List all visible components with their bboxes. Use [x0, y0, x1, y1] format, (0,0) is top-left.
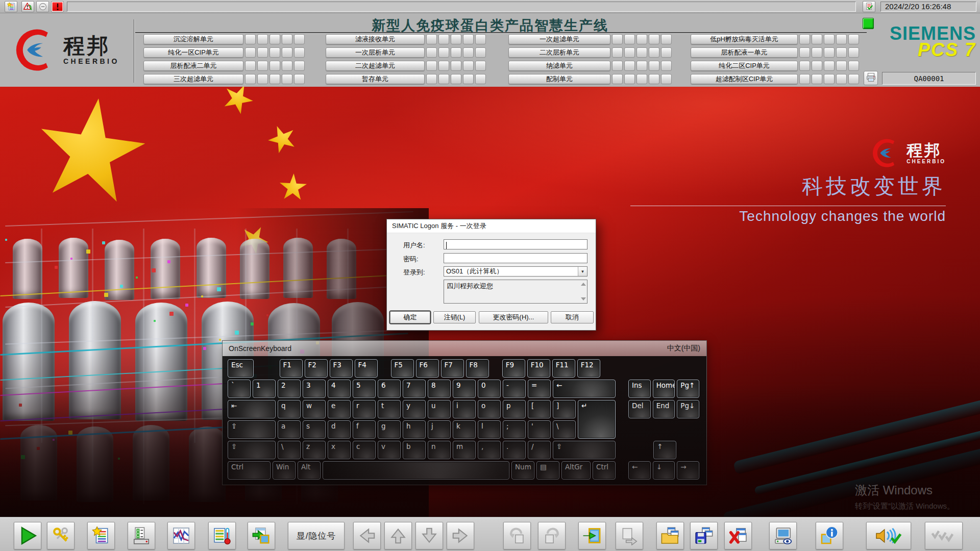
nav-down-button[interactable]: [415, 522, 443, 549]
audio-ack-button[interactable]: [866, 522, 911, 549]
key-f1[interactable]: F1: [280, 359, 303, 378]
unit-indicator-button[interactable]: [661, 34, 672, 44]
key-h[interactable]: h: [403, 420, 426, 439]
unit-button[interactable]: 超滤配制区CIP单元: [691, 74, 798, 84]
key-esc[interactable]: Esc: [228, 359, 254, 378]
unit-button[interactable]: 滤液接收单元: [326, 34, 425, 44]
unit-button[interactable]: 三次超滤单元: [143, 74, 243, 84]
unit-indicator-button[interactable]: [661, 61, 672, 71]
unit-button[interactable]: 层析配液二单元: [143, 61, 243, 71]
unit-indicator-button[interactable]: [624, 61, 635, 71]
key-f5[interactable]: F5: [391, 359, 414, 378]
shift-left-key[interactable]: ⇧: [228, 441, 276, 459]
unit-indicator-button[interactable]: [799, 61, 810, 71]
unit-indicator-button[interactable]: [824, 74, 835, 84]
unit-indicator-button[interactable]: [824, 47, 835, 58]
toggle-tag-button[interactable]: 显/隐位号: [288, 522, 345, 549]
unit-button[interactable]: 层析配液一单元: [691, 47, 798, 58]
unit-indicator-button[interactable]: [624, 47, 635, 58]
key-w[interactable]: w: [303, 400, 326, 418]
shift-right-key[interactable]: ⇧: [553, 441, 616, 459]
key-del[interactable]: Del: [628, 400, 651, 418]
unit-indicator-button[interactable]: [475, 74, 486, 84]
unit-indicator-button[interactable]: [257, 34, 268, 44]
key-6[interactable]: 6: [378, 380, 401, 398]
runtime-play-button[interactable]: [14, 522, 41, 549]
unit-indicator-button[interactable]: [451, 61, 461, 71]
ack-message-button[interactable]: [863, 1, 875, 12]
key-5[interactable]: 5: [353, 380, 376, 398]
unit-indicator-button[interactable]: [824, 34, 835, 44]
unit-indicator-button[interactable]: [649, 74, 659, 84]
key-f2[interactable]: F2: [305, 359, 328, 378]
chevron-down-icon[interactable]: ▼: [578, 267, 587, 276]
unit-indicator-button[interactable]: [451, 34, 461, 44]
key-ins[interactable]: Ins: [628, 380, 651, 398]
logon-to-combobox[interactable]: OS01（此计算机） ▼: [444, 266, 587, 277]
unit-indicator-button[interactable]: [294, 34, 305, 44]
unit-indicator-button[interactable]: [438, 61, 449, 71]
key-2[interactable]: 2: [278, 380, 301, 398]
scroll-up-icon[interactable]: [581, 283, 586, 286]
key-'[interactable]: ': [528, 420, 551, 439]
unit-indicator-button[interactable]: [438, 47, 449, 58]
key-4[interactable]: 4: [328, 380, 351, 398]
picture-tree-button[interactable]: [656, 522, 684, 549]
key-`[interactable]: `: [228, 380, 251, 398]
unit-button[interactable]: 纯化二区CIP单元: [691, 61, 798, 71]
unit-indicator-button[interactable]: [426, 47, 437, 58]
key-\[interactable]: \: [553, 420, 576, 439]
caps-key[interactable]: ⇪: [228, 420, 276, 439]
horn-mute-button[interactable]: [36, 1, 49, 12]
key-8[interactable]: 8: [428, 380, 451, 398]
nav-up-button[interactable]: [384, 522, 412, 549]
key-f9[interactable]: F9: [502, 359, 525, 378]
unit-indicator-button[interactable]: [294, 74, 305, 84]
unit-indicator-button[interactable]: [270, 47, 280, 58]
change-password-button[interactable]: 更改密码(H)...: [479, 311, 548, 323]
key-.[interactable]: .: [503, 441, 526, 459]
unit-button[interactable]: 一次超滤单元: [508, 34, 610, 44]
unit-indicator-button[interactable]: [282, 34, 292, 44]
key-\[interactable]: \: [278, 441, 301, 459]
scroll-down-icon[interactable]: [581, 297, 586, 300]
unit-indicator-button[interactable]: [245, 34, 256, 44]
unit-indicator-button[interactable]: [649, 61, 659, 71]
key-[[interactable]: [: [528, 400, 551, 418]
unit-indicator-button[interactable]: [463, 34, 474, 44]
unit-indicator-button[interactable]: [836, 34, 847, 44]
key-f7[interactable]: F7: [441, 359, 464, 378]
password-input[interactable]: [444, 253, 587, 263]
picture-redo-button[interactable]: [538, 522, 566, 549]
unit-indicator-button[interactable]: [463, 47, 474, 58]
key-y[interactable]: y: [403, 400, 426, 418]
key-][interactable]: ]: [553, 400, 576, 418]
warning-ack-button[interactable]: [21, 1, 34, 12]
key-x[interactable]: x: [328, 441, 351, 459]
key-p[interactable]: p: [503, 400, 526, 418]
unit-indicator-button[interactable]: [475, 61, 486, 71]
unit-indicator-button[interactable]: [294, 61, 305, 71]
key--[interactable]: -: [503, 380, 526, 398]
unit-indicator-button[interactable]: [270, 61, 280, 71]
key-z[interactable]: z: [303, 441, 326, 459]
key-/[interactable]: /: [528, 441, 551, 459]
unit-indicator-button[interactable]: [245, 47, 256, 58]
unit-indicator-button[interactable]: [848, 34, 859, 44]
menu-key[interactable]: ▤: [536, 461, 559, 480]
acknowledge-all-button[interactable]: [925, 522, 963, 549]
unit-button[interactable]: 二次层析单元: [508, 47, 610, 58]
backspace-key[interactable]: ←: [553, 380, 616, 398]
key-altgr[interactable]: AltGr: [561, 461, 591, 480]
unit-indicator-button[interactable]: [463, 61, 474, 71]
unit-indicator-button[interactable]: [438, 74, 449, 84]
alarm-list-button[interactable]: [5, 1, 17, 12]
unit-indicator-button[interactable]: [636, 61, 647, 71]
unit-indicator-button[interactable]: [257, 74, 268, 84]
key-g[interactable]: g: [378, 420, 401, 439]
unit-indicator-button[interactable]: [426, 74, 437, 84]
unit-indicator-button[interactable]: [836, 47, 847, 58]
unit-indicator-button[interactable]: [836, 61, 847, 71]
key-pg↓[interactable]: Pg↓: [677, 400, 699, 418]
unit-indicator-button[interactable]: [426, 34, 437, 44]
